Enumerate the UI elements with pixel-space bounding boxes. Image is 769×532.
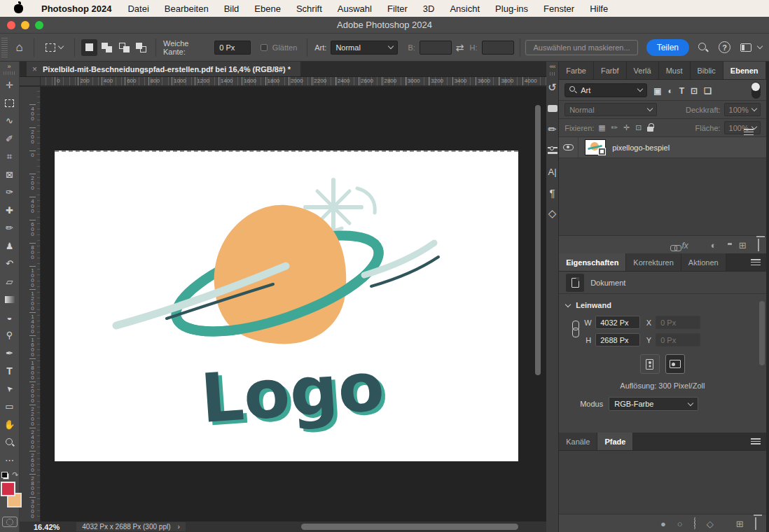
- layer-row[interactable]: pixellogo-bespiel: [559, 137, 765, 158]
- tool-button[interactable]: ▭: [1, 398, 18, 416]
- collapsed-panel-button[interactable]: ◇: [546, 203, 558, 224]
- layer-filter-select[interactable]: Art: [564, 83, 647, 97]
- feather-input[interactable]: 0 Px: [214, 41, 251, 55]
- zoom-level[interactable]: 16.42%: [34, 523, 60, 531]
- filter-icon-button[interactable]: ◐: [668, 84, 673, 97]
- collapsed-panel-button[interactable]: [546, 140, 558, 161]
- filter-icon-button[interactable]: T: [679, 84, 684, 97]
- layers-footer-button[interactable]: [758, 239, 759, 251]
- horizontal-ruler[interactable]: 0200400600800100012001400160018002000220…: [41, 77, 546, 85]
- filter-icon-button[interactable]: ⊡: [691, 84, 698, 97]
- tool-button[interactable]: ⊠: [1, 166, 18, 184]
- panel-tab[interactable]: Kanäle: [559, 433, 597, 450]
- collapse-dock-icon[interactable]: ««: [546, 62, 558, 71]
- menu-item[interactable]: Schrift: [289, 4, 330, 14]
- canvas-section-header[interactable]: Leinwand: [559, 294, 765, 314]
- subtract-selection-button[interactable]: [116, 39, 132, 56]
- collapsed-panel-button[interactable]: [546, 98, 558, 119]
- tools-grip[interactable]: [4, 71, 15, 75]
- color-mode-select[interactable]: RGB-Farbe: [609, 397, 698, 411]
- layers-footer-button[interactable]: ◐: [711, 239, 716, 251]
- properties-scrollbar[interactable]: [759, 301, 765, 365]
- panel-tab[interactable]: Biblic: [691, 62, 723, 79]
- tool-button[interactable]: ✏: [1, 219, 18, 237]
- add-selection-button[interactable]: [99, 39, 115, 56]
- canvas[interactable]: Logo Logo: [41, 87, 546, 522]
- tool-button[interactable]: [1, 290, 18, 309]
- landscape-orientation-button[interactable]: [665, 354, 685, 374]
- menu-item[interactable]: Fenster: [536, 4, 582, 14]
- share-button[interactable]: Teilen: [646, 39, 689, 56]
- search-icon[interactable]: [698, 42, 709, 53]
- expand-tools-icon[interactable]: »: [0, 62, 19, 71]
- tool-button[interactable]: ↶: [1, 255, 18, 273]
- document-tab[interactable]: × Pixelbild-mit-Beschneidungspfad-erstel…: [27, 62, 300, 76]
- tool-button[interactable]: ♟: [1, 237, 18, 255]
- panel-menu-icon[interactable]: [751, 438, 761, 444]
- panel-tab[interactable]: Aktionen: [681, 253, 726, 271]
- panel-tab[interactable]: Farbf: [594, 62, 627, 79]
- smooth-checkbox[interactable]: [261, 44, 268, 51]
- panel-tab[interactable]: Farbe: [559, 62, 594, 79]
- tool-button[interactable]: ⌗: [1, 148, 18, 166]
- lock-button[interactable]: ✛: [623, 123, 630, 132]
- tool-button[interactable]: ∿: [1, 112, 18, 130]
- portrait-orientation-button[interactable]: [640, 354, 660, 374]
- paths-list[interactable]: [559, 451, 765, 514]
- apple-menu-icon[interactable]: [14, 4, 23, 13]
- help-icon[interactable]: ?: [719, 41, 730, 53]
- menu-item[interactable]: Plug-ins: [487, 4, 536, 14]
- paths-footer-button[interactable]: ○: [677, 517, 683, 530]
- canvas-vertical-scrollbar[interactable]: [535, 105, 541, 375]
- canvas-width-input[interactable]: 4032 Px: [595, 316, 640, 329]
- lock-button[interactable]: ⊡: [635, 123, 642, 132]
- layer-name[interactable]: pixellogo-bespiel: [612, 144, 670, 152]
- tool-button[interactable]: ✚: [1, 202, 18, 220]
- filter-icon-button[interactable]: ▣: [653, 84, 661, 97]
- height-input[interactable]: [482, 41, 514, 55]
- new-selection-button[interactable]: [81, 39, 97, 56]
- app-menu[interactable]: Photoshop 2024: [33, 4, 120, 14]
- paths-footer-button[interactable]: [694, 517, 695, 530]
- chevron-down-icon[interactable]: [757, 43, 763, 49]
- panel-tab[interactable]: Pfade: [597, 433, 633, 450]
- paths-footer-button[interactable]: [755, 517, 756, 530]
- collapsed-panel-button[interactable]: A|: [546, 161, 558, 182]
- tool-button[interactable]: ✒: [1, 344, 18, 363]
- paths-footer-button[interactable]: ⊞: [736, 517, 744, 530]
- canvas-x-input[interactable]: 0 Px: [656, 316, 700, 329]
- lock-button[interactable]: [647, 123, 653, 132]
- home-button[interactable]: ⌂: [11, 38, 28, 57]
- default-colors-icon[interactable]: [1, 472, 9, 479]
- workspace-icon[interactable]: [740, 43, 751, 52]
- intersect-selection-button[interactable]: [133, 39, 149, 56]
- lock-button[interactable]: ▦: [598, 123, 605, 132]
- opacity-select[interactable]: 100%: [724, 103, 761, 116]
- menu-item[interactable]: Hilfe: [582, 4, 616, 14]
- paths-footer-button[interactable]: ●: [660, 517, 666, 530]
- panel-menu-icon[interactable]: [744, 129, 754, 135]
- tool-button[interactable]: ▱: [1, 273, 18, 291]
- filter-icon-button[interactable]: ❏: [704, 84, 712, 97]
- panel-tab[interactable]: Eigenschaften: [559, 253, 626, 271]
- document-info[interactable]: 4032 Px x 2688 Px (300 ppl) ›: [76, 522, 186, 531]
- tool-button[interactable]: ◒: [1, 309, 18, 327]
- menu-item[interactable]: Filter: [380, 4, 415, 14]
- ruler-corner[interactable]: [20, 77, 41, 85]
- panel-tab[interactable]: Korrekturen: [626, 253, 681, 271]
- swap-dimensions-icon[interactable]: ⇄: [456, 42, 464, 53]
- canvas-horizontal-scrollbar[interactable]: [301, 524, 518, 530]
- menu-item[interactable]: Bild: [216, 4, 247, 14]
- status-chevron-icon[interactable]: ›: [178, 523, 180, 531]
- menu-item[interactable]: Auswahl: [330, 4, 380, 14]
- tool-button[interactable]: ⋯: [1, 451, 18, 470]
- layers-footer-button[interactable]: fx: [681, 239, 688, 251]
- lock-button[interactable]: ✏: [611, 123, 618, 132]
- tool-preset-button[interactable]: [40, 38, 69, 57]
- tool-button[interactable]: ✐: [1, 130, 18, 148]
- tool-button[interactable]: ⚲: [1, 326, 18, 344]
- style-select[interactable]: Normal: [331, 41, 398, 55]
- tool-button[interactable]: [1, 94, 18, 113]
- document-artboard[interactable]: Logo Logo: [55, 150, 518, 461]
- swap-colors-icon[interactable]: ↷: [12, 470, 18, 479]
